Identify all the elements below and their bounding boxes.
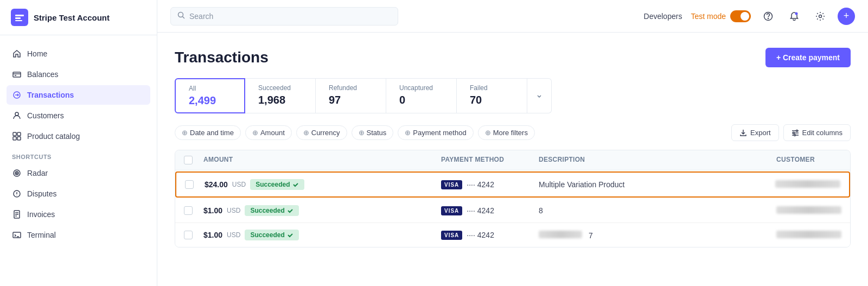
sidebar-item-balances-label: Balances <box>27 70 59 79</box>
tab-failed-value: 70 <box>470 94 514 106</box>
create-payment-button[interactable]: + Create payment <box>765 48 851 67</box>
filter-currency-label: Currency <box>311 129 340 137</box>
search-input[interactable] <box>189 12 391 21</box>
customer-blurred <box>775 180 840 188</box>
filter-tabs-more-button[interactable] <box>527 78 552 113</box>
svg-rect-3 <box>13 72 21 77</box>
sidebar-item-customers-label: Customers <box>27 111 64 120</box>
filter-more[interactable]: ⊕ More filters <box>478 125 535 140</box>
customer-blurred <box>776 206 841 214</box>
main-content: Developers Test mode <box>157 0 868 286</box>
description-cell: Multiple Variation Product <box>539 180 775 189</box>
currency-label: USD <box>227 231 240 239</box>
svg-rect-11 <box>17 137 21 140</box>
table-row[interactable]: $1.00 USD Succeeded VISA ···· 4242 8 <box>175 199 850 223</box>
filter-more-plus-icon: ⊕ <box>485 129 491 137</box>
add-button[interactable]: + <box>838 8 855 25</box>
sidebar-item-radar-label: Radar <box>27 169 48 177</box>
customer-cell <box>776 206 841 215</box>
table-header: Amount Payment method Description Custom… <box>175 150 850 170</box>
svg-point-33 <box>796 130 797 131</box>
transactions-table: Amount Payment method Description Custom… <box>175 150 851 247</box>
row-checkbox[interactable] <box>184 231 203 239</box>
amount-value: $1.00 <box>203 231 222 239</box>
developers-link[interactable]: Developers <box>644 12 682 21</box>
row-checkbox[interactable] <box>184 206 203 215</box>
filter-tab-failed[interactable]: Failed 70 <box>457 78 527 113</box>
status-badge: Succeeded <box>250 179 304 190</box>
filter-payment-method[interactable]: ⊕ Payment method <box>398 125 473 140</box>
brand-name: Stripe Test Account <box>34 13 110 22</box>
visa-badge: VISA <box>441 180 462 189</box>
page-header: Transactions + Create payment <box>175 48 851 67</box>
topnav: Developers Test mode <box>157 0 868 33</box>
tab-succeeded-value: 1,968 <box>258 94 302 106</box>
filter-currency-plus-icon: ⊕ <box>303 129 309 137</box>
filter-tab-all[interactable]: All 2,499 <box>175 78 245 113</box>
select-all-checkbox[interactable] <box>184 156 203 164</box>
radar-icon <box>12 168 22 178</box>
customer-blurred <box>776 231 841 238</box>
notifications-button[interactable] <box>786 8 803 25</box>
sidebar-item-invoices-label: Invoices <box>27 210 55 219</box>
sidebar-item-disputes[interactable]: Disputes <box>7 184 150 204</box>
svg-point-29 <box>819 15 822 17</box>
filter-tab-uncaptured[interactable]: Uncaptured 0 <box>386 78 457 113</box>
sidebar-item-balances[interactable]: Balances <box>7 65 150 84</box>
filter-date-plus-icon: ⊕ <box>182 129 188 137</box>
filter-bar: ⊕ Date and time ⊕ Amount ⊕ Currency ⊕ St… <box>175 124 851 141</box>
sidebar-item-transactions-label: Transactions <box>27 91 74 99</box>
filter-status[interactable]: ⊕ Status <box>352 125 394 140</box>
sidebar-item-radar[interactable]: Radar <box>7 163 150 183</box>
tab-all-label: All <box>189 85 231 92</box>
svg-rect-0 <box>15 15 24 16</box>
sidebar-item-disputes-label: Disputes <box>27 189 56 198</box>
search-wrap[interactable] <box>170 7 398 26</box>
topnav-right: Developers Test mode <box>644 8 855 25</box>
page-content: Transactions + Create payment All 2,499 … <box>157 33 868 286</box>
filter-date-time[interactable]: ⊕ Date and time <box>175 125 241 140</box>
filter-status-label: Status <box>367 129 387 137</box>
help-button[interactable] <box>760 8 777 25</box>
filter-tab-refunded[interactable]: Refunded 97 <box>316 78 386 113</box>
row-checkbox[interactable] <box>185 180 205 189</box>
filter-date-label: Date and time <box>190 129 234 137</box>
sidebar-item-home-label: Home <box>27 49 47 58</box>
sidebar-item-home[interactable]: Home <box>7 44 150 63</box>
sidebar-item-invoices[interactable]: Invoices <box>7 205 150 224</box>
sidebar-item-terminal-label: Terminal <box>27 231 56 239</box>
description-cell: 8 <box>539 206 776 215</box>
page-title: Transactions <box>175 49 269 66</box>
sidebar-item-terminal[interactable]: Terminal <box>7 225 150 245</box>
filter-tab-succeeded[interactable]: Succeeded 1,968 <box>245 78 316 113</box>
sidebar-item-product-catalog[interactable]: Product catalog <box>7 126 150 146</box>
export-button[interactable]: Export <box>731 124 779 141</box>
edit-columns-label: Edit columns <box>802 129 843 137</box>
svg-rect-1 <box>15 17 21 19</box>
home-icon <box>12 49 22 59</box>
table-row[interactable]: $24.00 USD Succeeded VISA ···· 4242 Mult… <box>175 171 850 198</box>
test-mode-toggle[interactable] <box>730 10 751 22</box>
svg-point-7 <box>15 112 18 116</box>
brand-icon <box>11 9 28 26</box>
tab-uncaptured-value: 0 <box>399 94 443 106</box>
svg-point-27 <box>768 18 769 18</box>
tab-succeeded-label: Succeeded <box>258 84 302 92</box>
status-text: Succeeded <box>250 207 284 214</box>
sidebar-item-customers[interactable]: Customers <box>7 106 150 125</box>
table-row[interactable]: $1.00 USD Succeeded VISA ···· 4242 7 <box>175 223 850 247</box>
filter-currency[interactable]: ⊕ Currency <box>296 125 347 140</box>
sidebar-nav: Home Balances Transactions <box>0 35 157 286</box>
settings-button[interactable] <box>812 8 829 25</box>
visa-badge: VISA <box>441 231 462 240</box>
amount-value: $24.00 <box>205 180 228 189</box>
sidebar-item-transactions[interactable]: Transactions <box>7 85 150 105</box>
filter-amount[interactable]: ⊕ Amount <box>245 125 292 140</box>
svg-rect-2 <box>15 20 22 21</box>
col-customer: Customer <box>776 156 841 164</box>
filter-amount-plus-icon: ⊕ <box>252 129 258 137</box>
card-last-four: ···· 4242 <box>467 180 494 189</box>
currency-label: USD <box>232 181 246 188</box>
edit-columns-button[interactable]: Edit columns <box>783 124 851 141</box>
payment-method-cell: VISA ···· 4242 <box>441 231 539 240</box>
